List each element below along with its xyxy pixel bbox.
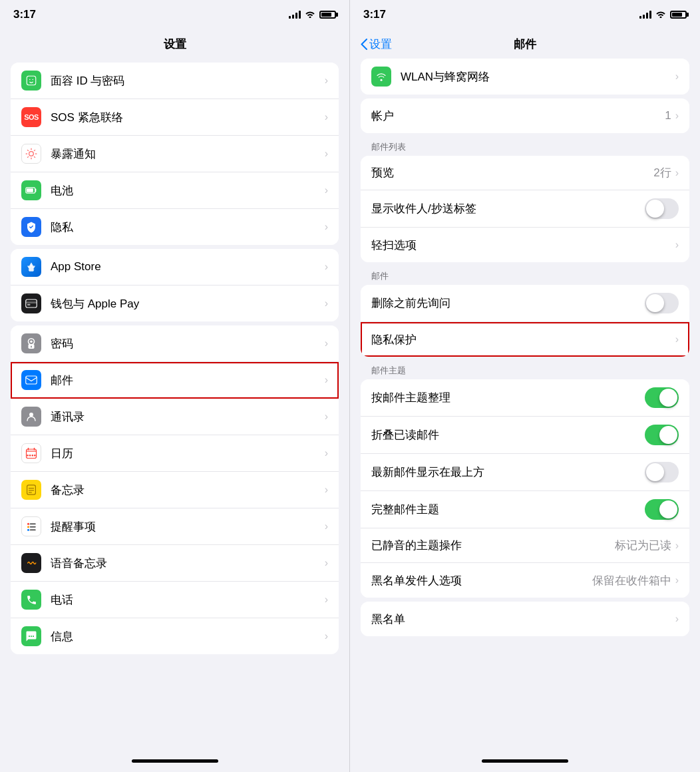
wallet-item[interactable]: 钱包与 Apple Pay ›	[11, 286, 339, 321]
appstore-item[interactable]: App Store ›	[11, 249, 339, 286]
settings-group-2: App Store › 钱包与 Apple Pay ›	[11, 249, 339, 321]
blacklist-item[interactable]: 黑名单发件人选项 保留在收件箱中 ›	[361, 563, 689, 598]
svg-rect-24	[28, 448, 29, 451]
contacts-label: 通讯录	[51, 409, 325, 425]
privacy-protection-item[interactable]: 隐私保护 ›	[361, 322, 689, 357]
wallet-label: 钱包与 Apple Pay	[51, 296, 325, 311]
organize-item[interactable]: 按邮件主题整理	[361, 379, 689, 417]
right-time: 3:17	[363, 8, 386, 21]
passwords-chevron: ›	[325, 337, 328, 349]
svg-point-1	[33, 79, 34, 81]
svg-point-22	[29, 413, 33, 417]
right-status-bar: 3:17	[350, 0, 700, 29]
show-to-label: 显示收件人/抄送标签	[371, 201, 645, 216]
collapse-toggle[interactable]	[645, 425, 679, 445]
messages-label: 信息	[51, 629, 325, 644]
passwords-item[interactable]: 密码 ›	[11, 325, 339, 362]
appstore-chevron: ›	[325, 261, 328, 273]
privacy-chevron: ›	[325, 221, 328, 233]
battery-item[interactable]: 电池 ›	[11, 172, 339, 209]
delete-confirm-item[interactable]: 删除之前先询问	[361, 285, 689, 322]
preview-item[interactable]: 预览 2行 ›	[361, 156, 689, 190]
blacklist2-label: 黑名单	[371, 612, 675, 627]
privacy-protection-label: 隐私保护	[371, 332, 675, 347]
muted-item[interactable]: 已静音的主题操作 标记为已读 ›	[361, 528, 689, 563]
blacklist-label: 黑名单发件人选项	[371, 573, 592, 588]
blacklist2-chevron: ›	[675, 613, 679, 625]
svg-point-18	[30, 341, 33, 343]
left-home-indicator	[0, 749, 349, 772]
mail-label: 邮件	[51, 373, 325, 388]
appstore-label: App Store	[51, 260, 325, 274]
wlan-section: WLAN与蜂窝网络 ›	[361, 59, 689, 95]
settings-group-1: 面容 ID 与密码 › SOS SOS 紧急联络 ›	[11, 63, 339, 245]
exposure-item[interactable]: 暴露通知 ›	[11, 136, 339, 172]
collapse-label: 折叠已读邮件	[371, 427, 645, 443]
signal-icon	[289, 11, 301, 19]
mail-list-section: 预览 2行 › 显示收件人/抄送标签 轻扫选项 ›	[361, 156, 689, 262]
wlan-chevron: ›	[675, 71, 679, 83]
left-panel: 3:17 设置	[0, 0, 350, 772]
svg-point-31	[27, 523, 29, 525]
calendar-item[interactable]: ●●●● 日历 ›	[11, 435, 339, 472]
organize-toggle[interactable]	[645, 387, 679, 408]
accounts-chevron: ›	[675, 110, 679, 122]
voice-memos-icon	[21, 553, 41, 573]
messages-item[interactable]: 信息 ›	[11, 618, 339, 654]
svg-line-11	[27, 156, 29, 158]
wallet-icon	[21, 293, 41, 313]
privacy-label: 隐私	[51, 220, 325, 235]
phone-chevron: ›	[325, 594, 328, 606]
phone-item[interactable]: 电话 ›	[11, 582, 339, 618]
right-back-button[interactable]: 设置	[361, 37, 392, 52]
right-status-icons	[639, 9, 687, 21]
svg-rect-15	[26, 301, 37, 303]
blacklist2-item[interactable]: 黑名单 ›	[361, 602, 689, 636]
face-id-item[interactable]: 面容 ID 与密码 ›	[11, 63, 339, 99]
delete-confirm-toggle[interactable]	[645, 293, 679, 313]
left-home-bar	[132, 759, 218, 763]
contacts-item[interactable]: 通讯录 ›	[11, 399, 339, 435]
reminders-icon	[21, 516, 41, 536]
right-scroll[interactable]: WLAN与蜂窝网络 › 帐户 1 › 邮件列表 预览 2行 › 显示收件人/抄送…	[350, 59, 700, 749]
sos-chevron: ›	[325, 111, 328, 123]
left-status-bar: 3:17	[0, 0, 349, 29]
svg-line-9	[34, 156, 35, 158]
reminders-item[interactable]: 提醒事项 ›	[11, 508, 339, 545]
privacy-icon	[21, 217, 41, 237]
voice-memos-item[interactable]: 语音备忘录 ›	[11, 545, 339, 582]
wlan-icon	[371, 67, 391, 87]
blacklist-chevron: ›	[675, 574, 679, 586]
svg-rect-27	[27, 485, 36, 494]
face-id-chevron: ›	[325, 75, 328, 87]
newest-top-item[interactable]: 最新邮件显示在最上方	[361, 454, 689, 491]
mail-item[interactable]: 邮件 ›	[11, 362, 339, 399]
right-nav-header: 设置 邮件	[350, 29, 700, 59]
sos-label: SOS 紧急联络	[51, 110, 325, 125]
svg-rect-2	[27, 76, 36, 85]
blacklist2-section: 黑名单 ›	[361, 602, 689, 636]
privacy-item[interactable]: 隐私 ›	[11, 209, 339, 245]
complete-thread-item[interactable]: 完整邮件主题	[361, 491, 689, 528]
complete-thread-label: 完整邮件主题	[371, 502, 645, 517]
newest-top-toggle[interactable]	[645, 462, 679, 482]
battery-chevron: ›	[325, 184, 328, 196]
wlan-item[interactable]: WLAN与蜂窝网络 ›	[361, 59, 689, 95]
right-wifi-icon	[655, 9, 666, 21]
collapse-item[interactable]: 折叠已读邮件	[361, 417, 689, 454]
sos-item[interactable]: SOS SOS 紧急联络 ›	[11, 99, 339, 136]
privacy-protection-chevron: ›	[675, 333, 679, 345]
preview-chevron: ›	[675, 167, 679, 179]
accounts-item[interactable]: 帐户 1 ›	[361, 98, 689, 133]
left-scroll[interactable]: 面容 ID 与密码 › SOS SOS 紧急联络 ›	[0, 59, 349, 749]
swipe-item[interactable]: 轻扫选项 ›	[361, 228, 689, 262]
show-to-item[interactable]: 显示收件人/抄送标签	[361, 190, 689, 228]
svg-point-38	[31, 636, 32, 637]
complete-thread-toggle[interactable]	[645, 499, 679, 520]
thread-section: 按邮件主题整理 折叠已读邮件 最新邮件显示在最上方	[361, 379, 689, 598]
sos-icon: SOS	[21, 107, 41, 127]
show-to-toggle[interactable]	[645, 198, 679, 219]
calendar-chevron: ›	[325, 447, 328, 459]
notes-item[interactable]: 备忘录 ›	[11, 472, 339, 508]
mail-settings-icon	[21, 370, 41, 390]
